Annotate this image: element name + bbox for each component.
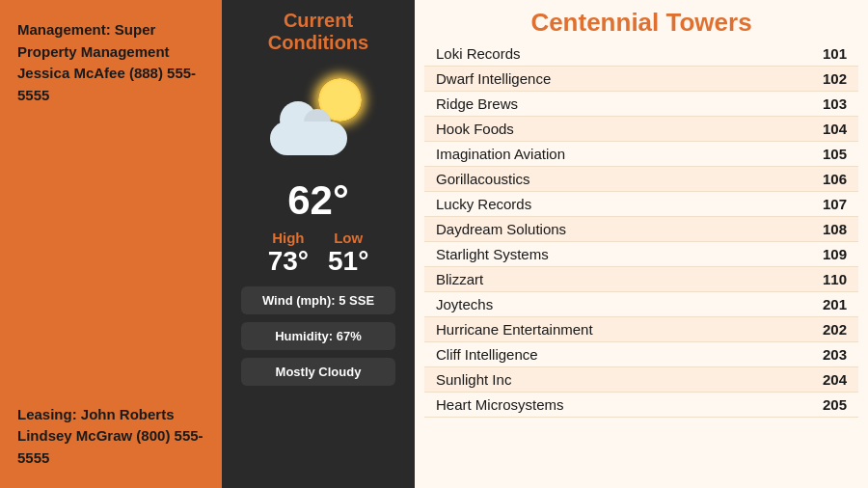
tenants-panel: Centennial Towers Loki Records101Dwarf I… xyxy=(415,0,868,488)
table-row: Loki Records101 xyxy=(424,41,858,67)
wind-box: Wind (mph): 5 SSE xyxy=(241,286,395,314)
table-row: Gorillacoustics106 xyxy=(424,167,858,192)
tenant-suite: 107 xyxy=(800,192,858,217)
table-row: Lucky Records107 xyxy=(424,192,858,217)
high-low-block: High 73° Low 51° xyxy=(268,230,369,277)
table-row: Joytechs201 xyxy=(424,292,858,317)
table-row: Sunlight Inc204 xyxy=(424,367,858,393)
weather-icon xyxy=(265,73,371,160)
tenant-suite: 101 xyxy=(800,41,858,67)
leasing-text: Leasing: John Roberts xyxy=(17,406,175,422)
table-row: Imagination Aviation105 xyxy=(424,142,858,167)
tenant-suite: 202 xyxy=(800,317,858,342)
tenant-name: Heart Microsystems xyxy=(424,393,800,418)
table-row: Heart Microsystems205 xyxy=(424,393,858,418)
tenant-suite: 102 xyxy=(800,67,858,92)
condition-box: Mostly Cloudy xyxy=(241,358,395,386)
tenant-name: Sunlight Inc xyxy=(424,367,800,393)
tenant-name: Gorillacoustics xyxy=(424,167,800,192)
tenant-suite: 110 xyxy=(800,267,858,292)
tenant-suite: 201 xyxy=(800,292,858,317)
tenant-name: Starlight Systems xyxy=(424,242,800,267)
tenant-table: Loki Records101Dwarf Intelligence102Ridg… xyxy=(424,41,858,418)
tenant-name: Joytechs xyxy=(424,292,800,317)
tenant-name: Imagination Aviation xyxy=(424,142,800,167)
tenant-name: Hook Foods xyxy=(424,117,800,142)
table-row: Hook Foods104 xyxy=(424,117,858,142)
tenant-suite: 105 xyxy=(800,142,858,167)
table-row: Hurricane Entertainment202 xyxy=(424,317,858,342)
high-value: 73° xyxy=(268,246,309,277)
tenant-name: Blizzart xyxy=(424,267,800,292)
management-text: Management: Super Property Management xyxy=(17,21,170,60)
table-row: Ridge Brews103 xyxy=(424,92,858,117)
tenant-suite: 104 xyxy=(800,117,858,142)
low-block: Low 51° xyxy=(328,230,368,277)
table-row: Starlight Systems109 xyxy=(424,242,858,267)
low-value: 51° xyxy=(328,246,368,277)
tenant-suite: 109 xyxy=(800,242,858,267)
tenant-name: Loki Records xyxy=(424,41,800,67)
tenant-name: Daydream Solutions xyxy=(424,217,800,242)
tenant-suite: 106 xyxy=(800,167,858,192)
high-label: High xyxy=(268,230,309,246)
tenant-name: Hurricane Entertainment xyxy=(424,317,800,342)
weather-title: Current Conditions xyxy=(231,10,405,54)
left-panel: Management: Super Property Management Je… xyxy=(0,0,222,488)
low-label: Low xyxy=(328,230,368,246)
humidity-box: Humidity: 67% xyxy=(241,322,395,350)
tenant-suite: 204 xyxy=(800,367,858,393)
tenant-suite: 205 xyxy=(800,393,858,418)
building-title: Centennial Towers xyxy=(424,0,858,41)
tenant-name: Ridge Brews xyxy=(424,92,800,117)
temperature: 62° xyxy=(287,177,349,224)
tenant-suite: 103 xyxy=(800,92,858,117)
tenant-name: Dwarf Intelligence xyxy=(424,67,800,92)
tenant-name: Cliff Intelligence xyxy=(424,342,800,367)
tenant-suite: 203 xyxy=(800,342,858,367)
table-row: Dwarf Intelligence102 xyxy=(424,67,858,92)
management-contact: Jessica McAfee (888) 555-5555 xyxy=(17,65,196,103)
tenant-name: Lucky Records xyxy=(424,192,800,217)
weather-panel: Current Conditions 62° High 73° Low 51° … xyxy=(222,0,415,488)
leasing-block: Leasing: John Roberts Lindsey McGraw (80… xyxy=(17,404,204,470)
high-block: High 73° xyxy=(268,230,309,277)
leasing-contact: Lindsey McGraw (800) 555-5555 xyxy=(17,427,203,466)
table-row: Blizzart110 xyxy=(424,267,858,292)
tenant-suite: 108 xyxy=(800,217,858,242)
table-row: Daydream Solutions108 xyxy=(424,217,858,242)
management-block: Management: Super Property Management Je… xyxy=(17,19,204,106)
table-row: Cliff Intelligence203 xyxy=(424,342,858,367)
